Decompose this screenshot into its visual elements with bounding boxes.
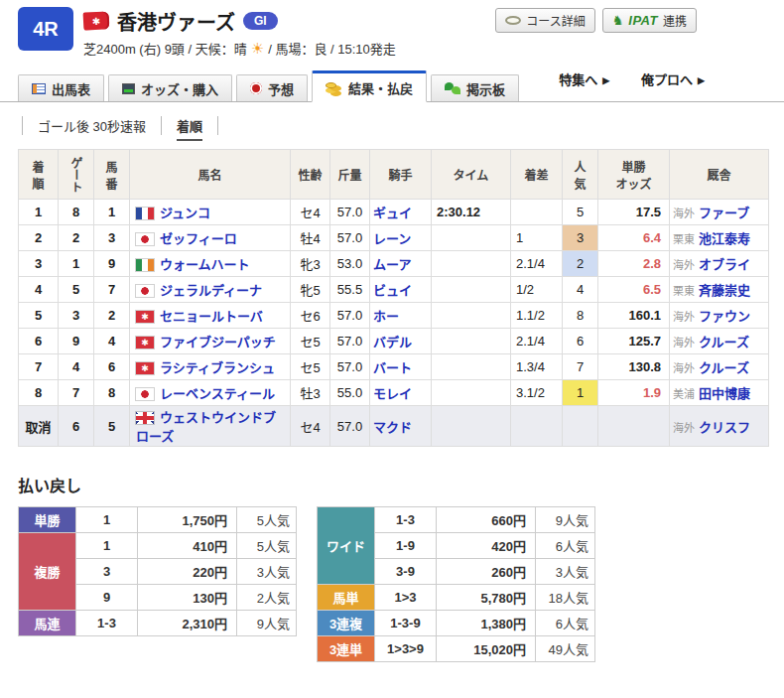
ipat-logo: IPAT — [628, 13, 658, 28]
stable-region-label: 栗東 — [673, 233, 695, 245]
rank-cell: 6 — [19, 329, 59, 354]
amount-cell: 420円 — [437, 533, 536, 559]
horse-name-link[interactable]: ジュンコ — [160, 206, 210, 220]
amount-cell: 15,020円 — [437, 636, 536, 662]
jockey-link[interactable]: ムーア — [373, 257, 411, 272]
jockey-link[interactable]: レーン — [373, 231, 411, 246]
weight-cell: 57.0 — [330, 329, 370, 354]
stable-region-label: 海外 — [673, 259, 695, 271]
time-cell — [432, 303, 511, 329]
horse-name-link[interactable]: ジェラルディーナ — [160, 283, 262, 298]
horse-name-link[interactable]: ウォームハート — [160, 257, 250, 272]
tab-odds-purchase[interactable]: オッズ・購入 — [108, 74, 232, 101]
subtab-finish-order[interactable]: 着順 — [161, 116, 218, 135]
payout-row: 3連複1-3-91,380円6人気 — [318, 611, 595, 636]
race-title: 香港ヴァーズ — [117, 7, 235, 36]
course-detail-button[interactable]: コース詳細 — [495, 8, 594, 33]
grade-badge: GI — [243, 12, 278, 30]
sex-age-cell: 牡4 — [291, 225, 330, 251]
horse-name-cell: レーベンスティール — [130, 380, 291, 406]
horse-number-cell: 2 — [94, 303, 130, 329]
jockey-cell: ギュイ — [370, 200, 432, 225]
country-flag-jp-icon — [136, 285, 154, 297]
amount-cell: 130円 — [138, 585, 237, 611]
jockey-link[interactable]: ビュイ — [373, 283, 412, 298]
ipat-link-button[interactable]: ♞ IPAT 連携 — [602, 8, 697, 33]
odds-cell: 2.8 — [598, 251, 670, 277]
tab-bbs[interactable]: 掲示板 — [431, 74, 519, 101]
amount-cell: 260円 — [437, 559, 536, 585]
jockey-link[interactable]: バート — [373, 360, 412, 375]
trainer-link[interactable]: クリスフ — [699, 420, 750, 435]
horse-name-cell: ファイブジーパッチ — [130, 329, 291, 354]
jockey-link[interactable]: ギュイ — [373, 206, 412, 220]
horse-number-cell: 8 — [94, 380, 130, 406]
jockey-link[interactable]: ホー — [373, 309, 399, 324]
trainer-link[interactable]: 斉藤崇史 — [699, 283, 750, 298]
horse-name-link[interactable]: セニョールトーバ — [160, 309, 263, 324]
horse-name-link[interactable]: ウェストウインドブローズ — [136, 410, 276, 444]
margin-cell: 1/2 — [511, 277, 563, 303]
race-number-badge: 4R — [18, 7, 73, 51]
col-horse-name: 馬名 — [130, 150, 291, 200]
horse-number-cell: 6 — [94, 354, 130, 380]
jockey-link[interactable]: マクド — [373, 420, 412, 435]
trainer-link[interactable]: オブライ — [699, 257, 750, 272]
sex-age-cell: セ5 — [291, 329, 330, 354]
stable-cell: 海外オブライ — [670, 251, 769, 277]
race-conditions-right: / 馬場：良 / 15:10発走 — [268, 39, 396, 58]
popularity-cell: 6人気 — [536, 611, 595, 636]
weight-cell: 57.0 — [330, 200, 370, 225]
bet-type-header: 複勝 — [19, 533, 76, 611]
horse-name-cell: ウェストウインドブローズ — [130, 406, 291, 447]
trainer-link[interactable]: ファウン — [699, 309, 750, 324]
col-jockey: 騎手 — [370, 150, 432, 200]
subtab-goal-flash[interactable]: ゴール後 30秒速報 — [22, 116, 161, 135]
popularity-cell: 3人気 — [536, 559, 595, 585]
bet-type-header: 馬単 — [318, 585, 375, 611]
odds-cell: 6.5 — [598, 277, 670, 303]
trainer-link[interactable]: ファーブ — [699, 206, 749, 220]
popularity-cell: 1 — [563, 380, 598, 406]
tab-prediction[interactable]: 予想 — [236, 74, 308, 101]
popularity-cell: 3人気 — [237, 559, 297, 585]
country-flag-gb-icon — [136, 412, 154, 424]
result-row: 223ゼッフィーロ牡457.0レーン136.4栗東池江泰寿 — [19, 225, 769, 251]
horse-name-link[interactable]: ファイブジーパッチ — [160, 335, 276, 349]
odds-cell: 1.9 — [598, 380, 670, 406]
country-flag-fr-icon — [136, 208, 154, 219]
tab-result-payout[interactable]: 結果・払戻 — [312, 70, 427, 102]
time-cell — [432, 329, 511, 354]
weight-cell: 57.0 — [330, 225, 370, 251]
amount-cell: 410円 — [138, 533, 237, 559]
popularity-cell: 9人気 — [536, 507, 595, 533]
stable-cell: 美浦田中博康 — [670, 380, 769, 406]
horse-name-link[interactable]: レーベンスティール — [160, 386, 275, 401]
trainer-link[interactable]: 池江泰寿 — [699, 231, 750, 246]
rank-cell: 3 — [19, 251, 59, 277]
tab-racecard[interactable]: 出馬表 — [18, 74, 104, 101]
stable-cell: 海外クルーズ — [670, 329, 769, 354]
horse-name-link[interactable]: ゼッフィーロ — [160, 231, 237, 246]
payout-heading: 払い戻し — [18, 473, 784, 496]
feature-link[interactable]: 特集へ — [559, 70, 609, 88]
trainer-link[interactable]: クルーズ — [699, 360, 749, 375]
jockey-cell: ムーア — [370, 251, 432, 277]
jockey-cell: ビュイ — [370, 277, 432, 303]
trainer-link[interactable]: クルーズ — [699, 335, 749, 349]
jockey-link[interactable]: モレイ — [373, 386, 412, 401]
jockey-link[interactable]: バデル — [373, 335, 412, 349]
result-row: 746ラシティブランシュセ557.0バート1.3/47130.8海外クルーズ — [19, 354, 769, 380]
popularity-cell: 6 — [563, 329, 598, 354]
payout-row: 馬単1>35,780円18人気 — [318, 585, 595, 611]
rank-cell: 2 — [19, 225, 59, 251]
margin-cell: 1 — [511, 225, 563, 251]
orepro-link[interactable]: 俺プロへ — [641, 70, 705, 88]
horse-name-link[interactable]: ラシティブランシュ — [160, 360, 275, 375]
popularity-cell: 7 — [563, 354, 598, 380]
horse-number-cell: 5 — [94, 406, 130, 447]
combo-cell: 1>3>9 — [375, 636, 437, 662]
sex-age-cell: セ5 — [291, 354, 330, 380]
bet-type-header: 単勝 — [19, 507, 76, 533]
trainer-link[interactable]: 田中博康 — [699, 386, 750, 401]
